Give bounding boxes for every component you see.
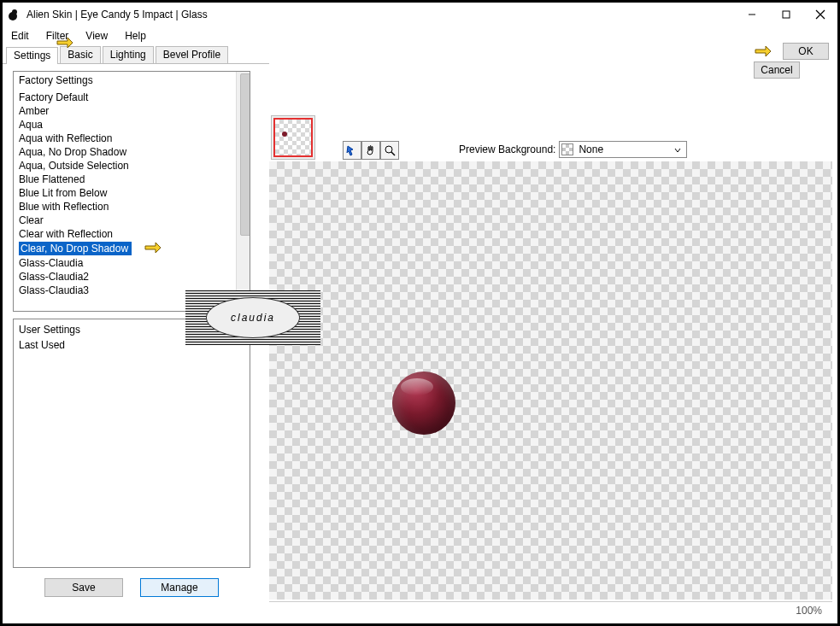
navigator-thumbnail[interactable] [271,115,315,160]
svg-line-7 [391,152,395,155]
minimize-button[interactable] [735,3,769,26]
list-item[interactable]: Clear, No Drop Shadow [19,242,132,255]
window-title: Alien Skin | Eye Candy 5 Impact | Glass [26,9,208,20]
ok-button[interactable]: OK [783,43,829,60]
pointer-hand-icon [144,240,169,258]
preview-background-select[interactable]: None [559,141,687,158]
tab-basic[interactable]: Basic [60,46,100,63]
watermark-text: claudia [206,297,300,338]
preview-tools [343,141,399,160]
preview-canvas[interactable] [269,161,832,600]
title-bar: Alien Skin | Eye Candy 5 Impact | Glass [3,3,837,26]
scrollbar-thumb[interactable] [240,73,250,236]
list-item[interactable]: Aqua, No Drop Shadow [17,145,236,159]
tab-settings[interactable]: Settings [6,47,58,64]
scrollbar-vertical[interactable] [236,72,250,311]
list-item[interactable]: Amber [17,104,236,118]
top-row: Settings Basic Lighting Bevel Profile OK… [3,45,837,64]
tab-basic-label: Basic [68,49,92,61]
watermark-banner: claudia [185,290,320,345]
hand-tool-icon[interactable] [361,141,380,160]
menu-bar: Edit Filter View Help [3,26,837,45]
maximize-button[interactable] [769,3,803,26]
list-item[interactable]: Clear [17,214,236,227]
list-item[interactable]: Clear with Reflection [17,227,236,241]
menu-help[interactable]: Help [116,28,155,44]
close-button[interactable] [803,3,837,26]
main-area: Factory Settings Factory DefaultAmberAqu… [3,64,837,623]
list-item[interactable]: Glass-Claudia [17,256,236,270]
chevron-down-icon [671,143,684,157]
list-item[interactable]: Aqua [17,118,236,132]
tab-bevel-profile[interactable]: Bevel Profile [156,46,228,63]
pointer-hand-icon [56,35,81,50]
manage-button[interactable]: Manage [140,578,219,597]
preview-background-value: None [579,143,603,155]
svg-rect-3 [783,11,790,18]
factory-settings-header: Factory Settings [14,72,250,89]
factory-settings-list[interactable]: Factory Settings Factory DefaultAmberAqu… [13,71,250,312]
app-icon [8,8,21,21]
list-item[interactable]: Glass-Claudia2 [17,270,236,284]
list-item[interactable]: Blue Lit from Below [17,186,236,200]
preview-background-control: Preview Background: None [459,141,687,158]
list-buttons: Save Manage [13,575,250,597]
list-item[interactable]: Aqua with Reflection [17,132,236,145]
menu-edit[interactable]: Edit [6,28,38,44]
pointer-hand-icon [754,44,779,59]
save-button[interactable]: Save [44,578,123,597]
list-item[interactable]: Factory Default [17,91,236,104]
user-settings-list[interactable]: User Settings Last Used [13,319,250,568]
list-item[interactable]: Aqua, Outside Selection [17,159,236,173]
list-item[interactable]: Blue Flattened [17,173,236,186]
pointer-tool-icon[interactable] [343,141,361,160]
tab-lighting[interactable]: Lighting [103,46,154,63]
tab-strip: Settings Basic Lighting Bevel Profile [3,45,269,64]
preview-background-label: Preview Background: [459,143,555,155]
preview-object-glass-sphere [392,372,455,435]
zoom-tool-icon[interactable] [380,141,399,160]
menu-view[interactable]: View [77,28,116,44]
transparency-swatch-icon [561,143,573,155]
svg-point-6 [385,146,392,153]
status-bar: 100% [269,601,832,618]
zoom-level: 100% [796,605,822,617]
svg-point-1 [12,9,17,15]
list-item[interactable]: Blue with Reflection [17,200,236,214]
preview-panel: Preview Background: None 100% [269,115,832,618]
